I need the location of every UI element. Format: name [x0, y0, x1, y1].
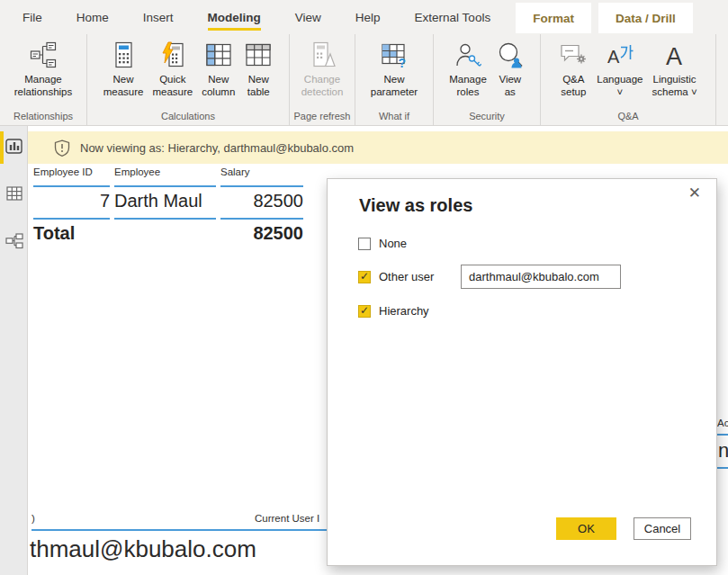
current-user-header: Current User I [255, 513, 319, 524]
button-label: Q&Asetup [561, 73, 586, 98]
model-view-icon[interactable] [5, 232, 23, 250]
column-header: Employee ID [33, 166, 110, 187]
manage-roles-button[interactable]: Manageroles [446, 39, 490, 98]
checkbox-label: None [379, 237, 407, 250]
calculator-icon [109, 40, 138, 69]
cancel-button[interactable]: Cancel [634, 517, 691, 540]
ribbon-group-qa: Q&Asetup A Language˅ A Lin [541, 34, 716, 125]
banner-text: Now viewing as: Hierarchy, darthmaul@kbu… [80, 141, 354, 155]
table-cell-salary: 82500 [220, 187, 303, 220]
right-visual-header-fragment: Ac [717, 418, 728, 428]
employee-table-visual[interactable]: Employee ID Employee Salary 7 Darth Maul… [33, 166, 303, 244]
group-label-relationships: Relationships [0, 111, 86, 121]
tab-format[interactable]: Format [516, 3, 591, 33]
right-visual-value-fragment: n [718, 439, 728, 463]
button-label: Managerelationships [14, 73, 73, 98]
tab-view[interactable]: View [295, 11, 321, 24]
parameter-grid-icon: ? [380, 40, 409, 69]
ribbon-spacer [716, 34, 728, 125]
ribbon-group-security: Manageroles Viewas Security [434, 34, 541, 125]
report-view-icon[interactable] [5, 138, 23, 156]
ok-button[interactable]: OK [556, 517, 616, 540]
qa-setup-button[interactable]: Q&Asetup [556, 39, 590, 98]
group-label-calculations: Calculations [87, 111, 289, 121]
manage-relationships-button[interactable]: Managerelationships [12, 39, 76, 98]
ribbon-group-relationships: Managerelationships Relationships [0, 34, 87, 125]
view-as-roles-dialog: ✕ View as roles None Other user Hierarch… [327, 178, 717, 566]
magnifier-person-icon [496, 40, 525, 69]
button-label: Manageroles [449, 73, 487, 98]
new-table-button[interactable]: Newtable [241, 39, 275, 98]
checkbox-other-user[interactable] [358, 271, 371, 283]
tab-help[interactable]: Help [355, 11, 381, 24]
column-header: Salary [220, 166, 303, 187]
current-user-value: thmaul@kbubalo.com [30, 535, 256, 563]
group-label-qa: Q&A [541, 111, 715, 121]
button-label: Quickmeasure [152, 73, 193, 98]
view-as-button[interactable]: Viewas [493, 39, 527, 98]
group-label-what-if: What if [355, 111, 433, 121]
ribbon: Managerelationships Relationships [0, 34, 728, 126]
new-column-button[interactable]: Newcolumn [199, 39, 238, 98]
quick-measure-button[interactable]: Quickmeasure [149, 39, 195, 98]
new-measure-button[interactable]: Newmeasure [101, 39, 147, 98]
selected-view-indicator [0, 131, 4, 164]
button-label: Changedetection [301, 73, 344, 98]
table-icon [244, 40, 273, 69]
svg-text:A: A [607, 47, 620, 67]
tab-external-tools[interactable]: External Tools [415, 11, 491, 24]
table-column-icon [204, 40, 233, 69]
change-detection-button: Changedetection [299, 39, 346, 98]
svg-text:?: ? [398, 56, 406, 68]
menu-bar: File Home Insert Modeling View Help Exte… [0, 0, 728, 34]
checkbox-none[interactable] [358, 238, 371, 250]
group-label-security: Security [434, 111, 540, 121]
role-option-none[interactable]: None [358, 237, 407, 250]
ribbon-group-page-refresh: Changedetection Page refresh [290, 34, 355, 125]
tab-modeling[interactable]: Modeling [208, 11, 261, 24]
tab-data-drill[interactable]: Data / Drill [598, 3, 693, 33]
table-header-underline [31, 529, 328, 531]
viewing-as-banner: Now viewing as: Hierarchy, darthmaul@kbu… [28, 131, 728, 164]
button-label: Language˅ [597, 73, 643, 98]
right-visual-underline-2 [717, 467, 728, 469]
speech-bubble-gear-icon [559, 40, 588, 69]
button-label: Newmeasure [103, 73, 144, 98]
checkbox-hierarchy[interactable] [358, 305, 371, 318]
language-button[interactable]: A Language˅ [594, 39, 645, 98]
close-icon[interactable]: ✕ [688, 184, 701, 202]
calculator-lightning-icon [158, 40, 187, 69]
checkbox-label: Hierarchy [379, 304, 429, 318]
column-header: Employee [114, 166, 216, 187]
manage-relationships-icon [29, 40, 58, 69]
data-view-icon[interactable] [5, 184, 23, 202]
total-value: 82500 [220, 220, 303, 244]
letter-a-icon: A [661, 40, 689, 69]
button-label: Newcolumn [202, 73, 235, 98]
view-switcher-sidebar [0, 126, 28, 575]
button-label: Newtable [247, 73, 270, 98]
new-parameter-button[interactable]: ? Newparameter [368, 39, 420, 98]
shield-alert-icon [54, 139, 70, 157]
language-icon: A [606, 40, 634, 69]
chevron-down-icon: ˅ [617, 86, 624, 97]
tab-insert[interactable]: Insert [143, 11, 174, 24]
other-user-input[interactable] [461, 265, 621, 289]
table-cell-employee: Darth Maul [114, 187, 216, 220]
table-cell-employee-id: 7 [33, 187, 110, 220]
tab-home[interactable]: Home [76, 11, 109, 24]
ribbon-group-calculations: Newmeasure Quickmeasure [87, 34, 290, 125]
checkbox-label: Other user [379, 270, 434, 283]
right-visual-underline [717, 434, 728, 436]
tab-file[interactable]: File [22, 11, 42, 24]
bottom-visual-header-fragment: ) [31, 513, 35, 524]
svg-text:A: A [666, 43, 682, 68]
dialog-title: View as roles [359, 195, 472, 216]
role-option-other-user[interactable]: Other user [358, 270, 434, 283]
change-detection-icon [308, 40, 337, 69]
button-label: Newparameter [371, 73, 418, 98]
ribbon-group-what-if: ? Newparameter What if [355, 34, 434, 125]
total-label: Total [33, 220, 110, 244]
linguistic-schema-button[interactable]: A Linguisticschema ˅ [649, 39, 699, 98]
role-option-hierarchy[interactable]: Hierarchy [358, 304, 429, 318]
